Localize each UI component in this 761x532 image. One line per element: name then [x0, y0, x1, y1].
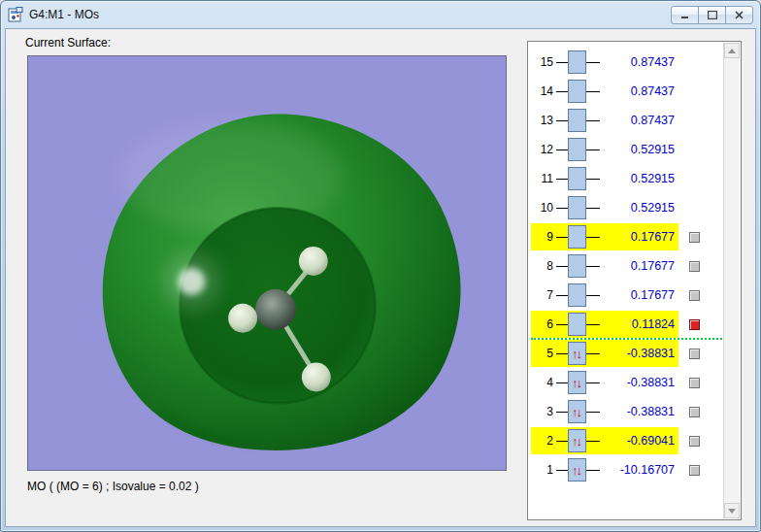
right-tick	[586, 179, 600, 180]
mo-visibility-checkbox[interactable]	[689, 407, 700, 417]
mo-box[interactable]	[568, 80, 586, 103]
mo-row[interactable]: 10 0.52915	[529, 193, 724, 222]
mo-box[interactable]	[568, 196, 586, 219]
mo-row-body: 8 0.17677	[531, 252, 678, 280]
mo-row[interactable]: 3 ↑↓ -0.38831	[529, 397, 724, 426]
mo-box[interactable]	[568, 313, 586, 336]
mo-energy: 0.17677	[603, 288, 675, 302]
mo-row[interactable]: 2 ↑↓ -0.69041	[529, 426, 724, 455]
mo-number: 4	[533, 376, 553, 389]
mo-row[interactable]: 9 0.17677	[529, 222, 724, 251]
mo-number: 1	[533, 463, 553, 477]
mo-row-body: 2 ↑↓ -0.69041	[531, 427, 678, 454]
electron-arrows-icon: ↑↓	[572, 377, 580, 389]
right-tick	[586, 441, 600, 442]
mo-visibility-checkbox[interactable]	[689, 232, 700, 243]
scroll-up-button[interactable]	[724, 43, 740, 58]
mo-box[interactable]	[568, 138, 586, 161]
right-tick	[586, 237, 600, 238]
close-button[interactable]	[725, 6, 753, 24]
hydrogen-atom	[299, 247, 328, 276]
right-tick	[586, 62, 600, 63]
mo-visibility-checkbox[interactable]	[689, 319, 700, 330]
mo-row[interactable]: 11 0.52915	[529, 164, 724, 193]
mo-box[interactable]: ↑↓	[568, 342, 586, 365]
mo-row-body: 15 0.87437	[531, 49, 678, 76]
mo-visibility-checkbox[interactable]	[689, 436, 700, 447]
right-tick	[586, 324, 600, 325]
minimize-button[interactable]	[671, 6, 699, 24]
left-tick	[556, 382, 568, 383]
right-tick	[586, 120, 600, 121]
mo-row-body: 11 0.52915	[531, 165, 678, 192]
mo-box[interactable]: ↑↓	[568, 458, 586, 482]
mo-row[interactable]: 4 ↑↓ -0.38831	[529, 368, 724, 397]
mo-scrollbar[interactable]	[723, 43, 740, 518]
mo-energy: 0.87437	[603, 114, 675, 127]
mo-energy: 0.87437	[603, 55, 675, 69]
mo-row-body: 3 ↑↓ -0.38831	[531, 398, 678, 425]
left-tick	[556, 120, 568, 121]
mo-box[interactable]: ↑↓	[568, 371, 586, 394]
mo-rows: 15 0.87437 14 0.87437 13 0.87437 12	[529, 43, 724, 518]
mo-number: 7	[533, 288, 553, 302]
mo-row-body: 14 0.87437	[531, 78, 678, 105]
left-tick	[556, 150, 568, 150]
mo-list-panel: 15 0.87437 14 0.87437 13 0.87437 12	[527, 41, 742, 520]
scroll-down-button[interactable]	[724, 503, 740, 518]
mo-row-body: 5 ↑↓ -0.38831	[531, 340, 678, 367]
mo-number: 8	[533, 259, 553, 273]
mo-row[interactable]: 1 ↑↓ -10.16707	[529, 455, 724, 484]
mo-visibility-checkbox[interactable]	[689, 290, 700, 301]
mo-box[interactable]	[568, 109, 586, 132]
mo-row-body: 1 ↑↓ -10.16707	[531, 456, 678, 483]
left-tick	[556, 62, 568, 63]
left-tick	[556, 324, 568, 325]
titlebar[interactable]: G4:M1 - MOs	[1, 1, 760, 27]
app-icon[interactable]	[8, 7, 23, 22]
mo-row[interactable]: 14 0.87437	[529, 77, 724, 106]
left-tick	[556, 295, 568, 296]
right-tick	[586, 353, 600, 354]
mo-number: 5	[533, 347, 553, 360]
mo-visibility-checkbox[interactable]	[689, 261, 700, 272]
left-tick	[556, 237, 568, 238]
electron-arrows-icon: ↑↓	[572, 348, 580, 360]
mo-row[interactable]: 7 0.17677	[529, 281, 724, 310]
left-tick	[556, 441, 568, 442]
left-tick	[556, 179, 568, 180]
right-tick	[586, 150, 600, 150]
mos-window: G4:M1 - MOs Current Surface:	[0, 0, 761, 532]
mo-row[interactable]: 12 0.52915	[529, 135, 724, 164]
mo-row-body: 9 0.17677	[531, 223, 678, 250]
mo-box[interactable]: ↑↓	[568, 400, 586, 423]
mo-visibility-checkbox[interactable]	[689, 465, 700, 476]
mo-row-body: 7 0.17677	[531, 282, 678, 309]
mo-row[interactable]: 8 0.17677	[529, 251, 724, 281]
mo-row[interactable]: 15 0.87437	[529, 48, 724, 77]
maximize-button[interactable]	[698, 6, 726, 24]
mo-number: 15	[533, 55, 553, 69]
mo-number: 2	[533, 434, 553, 448]
mo-visibility-checkbox[interactable]	[689, 378, 700, 388]
left-tick	[556, 412, 568, 413]
left-tick	[556, 91, 568, 92]
mo-box[interactable]	[568, 283, 586, 307]
mo-box[interactable]	[568, 225, 586, 249]
mo-row[interactable]: 5 ↑↓ -0.38831	[529, 339, 724, 368]
mo-box[interactable]: ↑↓	[568, 429, 586, 452]
mo-row-body: 10 0.52915	[531, 194, 678, 221]
mo-row[interactable]: 6 0.11824	[529, 310, 724, 339]
left-tick	[556, 353, 568, 354]
mo-energy: 0.17677	[603, 259, 675, 273]
mo-visibility-checkbox[interactable]	[689, 349, 700, 359]
mo-row[interactable]: 13 0.87437	[529, 106, 724, 135]
mo-energy: -0.38831	[603, 405, 675, 418]
right-tick	[586, 91, 600, 92]
molecule-viewport[interactable]	[27, 55, 507, 471]
client-area: Current Surface:	[5, 28, 756, 527]
hydrogen-atom	[228, 304, 257, 333]
mo-box[interactable]	[568, 254, 586, 278]
mo-box[interactable]	[568, 50, 586, 74]
mo-box[interactable]	[568, 167, 586, 190]
